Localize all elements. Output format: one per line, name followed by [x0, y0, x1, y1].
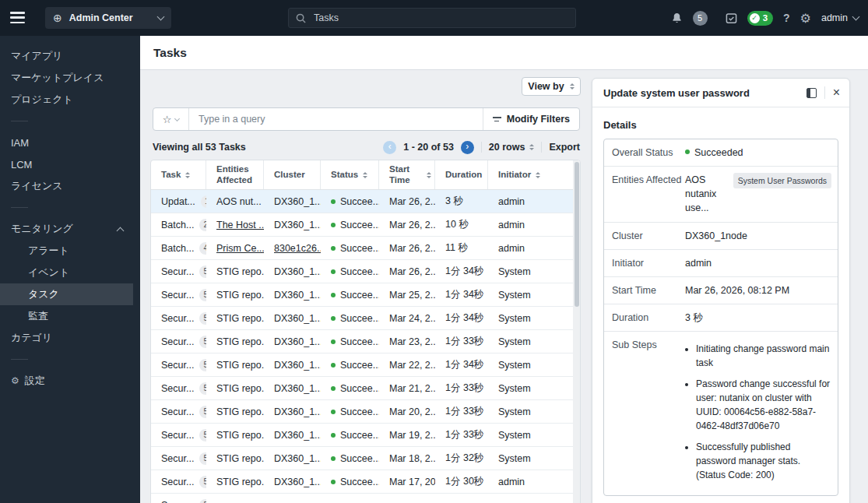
sidebar-item-license[interactable]: ライセンス	[0, 175, 140, 197]
global-search-input[interactable]	[312, 12, 568, 24]
hamburger-menu-icon[interactable]	[10, 12, 25, 23]
detail-row: Start TimeMar 26, 2026, 08:12 PM	[604, 277, 838, 304]
scrollbar-thumb[interactable]	[575, 162, 579, 307]
expand-panel-icon[interactable]	[807, 88, 817, 98]
cell-start-time: Mar 26, 2...	[379, 237, 435, 259]
table-row[interactable]: Secur...5STIG repo...DX360_1...Succee...…	[151, 260, 580, 283]
cell-task[interactable]: Batch...	[161, 220, 194, 230]
table-row[interactable]: Secur...5STIG repo...DX360_1...Succee...…	[151, 447, 580, 470]
cell-task[interactable]: Updat...	[161, 196, 195, 207]
sidebar-item-alerts[interactable]: アラート	[0, 240, 140, 262]
sub-step-item: Successfully published password manager …	[696, 440, 831, 482]
cell-task[interactable]: Secur...	[161, 500, 194, 503]
cell-entities[interactable]: Prism Ce...	[216, 243, 264, 254]
saved-queries-button[interactable]: ☆	[153, 108, 189, 130]
cell-start-time: Mar 25, 2...	[379, 283, 435, 306]
table-row[interactable]: Secur...5	[151, 494, 580, 503]
subtask-count-badge: 5	[199, 266, 206, 278]
notification-count-badge[interactable]: 5	[693, 11, 708, 26]
cell-entities[interactable]: The Host ...	[216, 220, 264, 230]
sidebar-item-audit[interactable]: 監査	[0, 305, 140, 327]
table-row[interactable]: Batch...4Prism Ce...830e1c26...Succee...…	[151, 237, 580, 260]
status-dot	[685, 149, 690, 154]
table-row[interactable]: Secur...5STIG repo...DX360_1...Succee...…	[151, 354, 580, 377]
cell-duration: 1分 34秒	[435, 283, 488, 306]
cell-task[interactable]: Batch...	[161, 243, 194, 254]
cell-status: Succee...	[340, 336, 379, 347]
cell-cluster: DX360_1...	[274, 290, 321, 301]
modify-filters-button[interactable]: Modify Filters	[483, 108, 579, 130]
column-header[interactable]: Status	[321, 160, 379, 189]
table-row[interactable]: Batch...2The Host ...DX360_1...Succee...…	[151, 213, 580, 237]
cell-task[interactable]: Secur...	[161, 360, 194, 371]
table-row[interactable]: Secur...5STIG repo...DX360_1...Succee...…	[151, 470, 580, 494]
cell-task[interactable]: Secur...	[161, 313, 194, 324]
export-button[interactable]: Export	[549, 142, 580, 153]
next-page-button[interactable]: ›	[461, 141, 474, 154]
table-row[interactable]: Secur...5STIG repo...DX360_1...Succee...…	[151, 307, 580, 330]
user-menu[interactable]: admin	[821, 12, 859, 23]
table-row[interactable]: Secur...5STIG repo...DX360_1...Succee...…	[151, 400, 580, 424]
cell-task[interactable]: Secur...	[161, 383, 194, 394]
column-header[interactable]: Initiator	[488, 160, 580, 189]
view-by-button[interactable]: View by	[522, 77, 581, 96]
status-dot	[331, 480, 336, 484]
cell-cluster: DX360_1...	[274, 360, 321, 371]
bell-icon[interactable]	[671, 12, 683, 24]
sort-icon	[185, 172, 190, 178]
cell-status: Succee...	[340, 430, 379, 441]
cell-task[interactable]: Secur...	[161, 430, 194, 441]
query-input[interactable]	[189, 114, 483, 125]
cell-task[interactable]: Secur...	[161, 290, 194, 301]
sidebar-item-iam[interactable]: IAM	[0, 132, 140, 153]
sidebar-item-lcm[interactable]: LCM	[0, 153, 140, 175]
global-search[interactable]	[288, 8, 576, 28]
viewing-summary: Viewing all 53 Tasks	[153, 142, 246, 153]
status-dot	[331, 223, 336, 227]
sidebar-item-tasks[interactable]: タスク	[0, 283, 133, 305]
tasks-icon[interactable]	[726, 12, 737, 24]
sidebar-item-label: カテゴリ	[11, 331, 52, 345]
chevron-down-icon	[174, 115, 180, 121]
panel-title: Update system user password	[603, 87, 750, 99]
cell-cluster[interactable]: 830e1c26...	[274, 243, 321, 254]
sidebar-item-projects[interactable]: プロジェクト	[0, 89, 140, 111]
cell-task[interactable]: Secur...	[161, 406, 194, 417]
page-title: Tasks	[153, 46, 187, 60]
prev-page-button[interactable]: ‹	[383, 141, 396, 154]
cell-task[interactable]: Secur...	[161, 266, 194, 277]
cell-status: Succee...	[340, 360, 379, 371]
subtask-count-badge: 1	[201, 195, 206, 208]
cell-task[interactable]: Secur...	[161, 336, 194, 347]
sidebar-item-categories[interactable]: カテゴリ	[0, 327, 140, 349]
detail-value: Succeeded	[694, 146, 743, 160]
column-header[interactable]: Task	[151, 160, 206, 189]
app-switcher-select[interactable]: ⊕ Admin Center	[45, 7, 171, 29]
cell-initiator: System	[488, 424, 580, 446]
sidebar-item-events[interactable]: イベント	[0, 262, 140, 283]
table-row[interactable]: Secur...5STIG repo...DX360_1...Succee...…	[151, 377, 580, 400]
cell-task[interactable]: Secur...	[161, 477, 194, 487]
table-row[interactable]: Secur...5STIG repo...DX360_1...Succee...…	[151, 424, 580, 447]
table-row[interactable]: Updat...1AOS nut...DX360_1...Succee...Ma…	[151, 190, 580, 213]
cell-status: Succee...	[340, 406, 379, 417]
tasks-status-badge[interactable]: ✓ 3	[747, 11, 773, 26]
table-row[interactable]: Secur...5STIG repo...DX360_1...Succee...…	[151, 330, 580, 354]
detail-row: Entities AffectedAOS nutanix use...Syste…	[604, 167, 838, 222]
sidebar-item-monitoring[interactable]: モニタリング	[0, 218, 140, 240]
rows-per-page-select[interactable]: 20 rows	[489, 142, 535, 153]
table-row[interactable]: Secur...5STIG repo...DX360_1...Succee...…	[151, 283, 580, 307]
column-header[interactable]: Start Time	[379, 160, 435, 189]
cell-start-time: Mar 19, 2...	[379, 424, 435, 446]
chevron-up-icon	[117, 227, 125, 234]
status-dot	[331, 433, 336, 438]
sidebar-item-settings[interactable]: ⚙設定	[0, 370, 140, 392]
gear-icon[interactable]: ⚙	[800, 11, 811, 26]
cell-task[interactable]: Secur...	[161, 453, 194, 464]
table-scrollbar[interactable]	[573, 160, 580, 503]
help-icon[interactable]: ?	[783, 12, 790, 24]
close-icon[interactable]: ×	[833, 86, 840, 99]
cell-cluster: DX360_1...	[274, 336, 321, 347]
sidebar-item-my-apps[interactable]: マイアプリ	[0, 45, 140, 67]
sidebar-item-marketplace[interactable]: マーケットプレイス	[0, 67, 140, 89]
